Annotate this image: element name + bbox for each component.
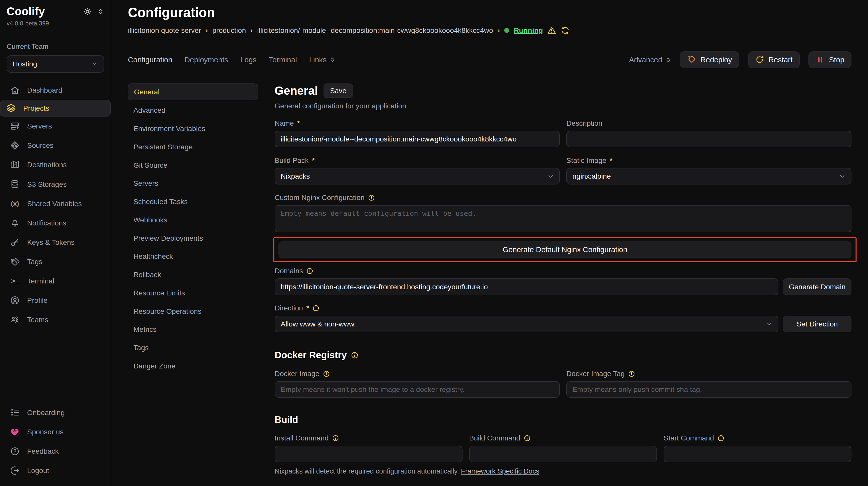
subnav-item-danger-zone[interactable]: Danger Zone: [128, 358, 258, 374]
build-pack-select[interactable]: Nixpacks: [275, 168, 560, 185]
subnav-item-servers[interactable]: Servers: [128, 175, 258, 191]
subnav-label: Advanced: [133, 106, 165, 115]
sidebar-item-label: Onboarding: [27, 409, 65, 417]
sidebar-item-projects[interactable]: Projects: [0, 100, 111, 116]
redeploy-button[interactable]: Redeploy: [680, 52, 739, 68]
sidebar-item-sources[interactable]: Sources: [0, 136, 111, 155]
team-select[interactable]: Hosting: [7, 55, 104, 73]
sidebar-item-feedback[interactable]: Feedback: [0, 442, 110, 461]
subnav-label: Git Source: [133, 161, 167, 169]
direction-select[interactable]: Allow www & non-www.: [275, 316, 778, 332]
description-label: Description: [566, 119, 602, 128]
warning-triangle-icon[interactable]: [547, 26, 556, 35]
subnav-item-healthcheck[interactable]: Healthcheck: [128, 248, 258, 264]
sidebar-item-label: Tags: [27, 258, 42, 266]
set-direction-button[interactable]: Set Direction: [783, 316, 851, 332]
description-input[interactable]: [566, 131, 851, 147]
stop-button[interactable]: Stop: [808, 52, 851, 68]
framework-docs-link[interactable]: Framework Specific Docs: [461, 467, 539, 475]
tab-configuration[interactable]: Configuration: [128, 56, 172, 64]
docker-image-input[interactable]: [275, 381, 560, 398]
advanced-dropdown[interactable]: Advanced: [629, 56, 671, 64]
refresh-icon[interactable]: [561, 26, 570, 35]
restart-button[interactable]: Restart: [748, 52, 800, 68]
sidebar-item-s3-storages[interactable]: S3 Storages: [0, 174, 111, 194]
required-asterisk: *: [306, 304, 309, 312]
generate-nginx-config-button[interactable]: Generate Default Nginx Configuration: [278, 241, 852, 258]
subnav-item-advanced[interactable]: Advanced: [128, 102, 258, 118]
coolify-app: Coolify v4.0.0-beta.399 Current Team Hos…: [0, 0, 868, 486]
theme-switch-chevrons-icon[interactable]: [97, 8, 104, 15]
generate-domain-button[interactable]: Generate Domain: [783, 279, 851, 295]
custom-nginx-textarea[interactable]: [275, 205, 851, 232]
breadcrumb: illicitonion quote server › production ›…: [128, 26, 851, 35]
sidebar-item-tags[interactable]: Tags: [0, 252, 111, 271]
subnav-item-metrics[interactable]: Metrics: [128, 321, 258, 337]
sidebar-item-notifications[interactable]: Notifications: [0, 213, 111, 233]
subnav-item-environment-variables[interactable]: Environment Variables: [128, 121, 258, 137]
config-subnav: General Advanced Environment Variables P…: [128, 84, 258, 486]
sidebar-item-onboarding[interactable]: Onboarding: [0, 403, 110, 422]
subnav-item-rollback[interactable]: Rollback: [128, 267, 258, 283]
restart-icon: [755, 55, 764, 64]
breadcrumb-application[interactable]: illicitestonion/-module--decomposition:m…: [257, 26, 493, 35]
subnav-item-tags[interactable]: Tags: [128, 340, 258, 356]
pause-icon: [815, 56, 825, 64]
map-icon: [10, 160, 20, 170]
save-button[interactable]: Save: [323, 84, 353, 98]
sidebar-item-teams[interactable]: Teams: [0, 310, 111, 329]
static-image-select[interactable]: nginx:alpine: [566, 168, 851, 185]
sidebar-item-terminal[interactable]: >_ Terminal: [0, 271, 111, 291]
domains-input[interactable]: [275, 279, 778, 295]
start-command-input[interactable]: [663, 446, 851, 462]
tab-logs[interactable]: Logs: [240, 56, 256, 64]
tab-deployments[interactable]: Deployments: [185, 56, 228, 64]
install-command-input[interactable]: [275, 446, 463, 462]
sidebar-item-profile[interactable]: Profile: [0, 291, 111, 310]
subnav-item-scheduled-tasks[interactable]: Scheduled Tasks: [128, 194, 258, 210]
layers-icon: [6, 103, 16, 113]
info-icon[interactable]: [717, 434, 724, 442]
subnav-item-resource-operations[interactable]: Resource Operations: [128, 303, 258, 319]
breadcrumb-environment[interactable]: production: [212, 26, 246, 35]
info-icon[interactable]: [332, 434, 339, 442]
subnav-label: Webhooks: [133, 216, 167, 224]
required-asterisk: *: [312, 156, 315, 165]
subnav-item-webhooks[interactable]: Webhooks: [128, 212, 258, 228]
subnav-item-git-source[interactable]: Git Source: [128, 157, 258, 173]
subnav-item-preview-deployments[interactable]: Preview Deployments: [128, 230, 258, 246]
breadcrumb-project[interactable]: illicitonion quote server: [128, 26, 201, 35]
sidebar-item-servers[interactable]: Servers: [0, 117, 111, 136]
subnav-item-persistent-storage[interactable]: Persistent Storage: [128, 139, 258, 155]
subnav-label: Resource Operations: [133, 307, 202, 316]
tab-terminal[interactable]: Terminal: [269, 56, 297, 64]
app-version: v4.0.0-beta.399: [0, 19, 111, 27]
subnav-item-general[interactable]: General: [128, 84, 258, 100]
docker-image-tag-input[interactable]: [566, 381, 851, 398]
sidebar-item-logout[interactable]: Logout: [0, 461, 110, 480]
name-input[interactable]: [275, 131, 560, 147]
chevron-updown-icon: [665, 56, 671, 63]
sidebar-item-keys-tokens[interactable]: Keys & Tokens: [0, 233, 111, 252]
sidebar-item-dashboard[interactable]: Dashboard: [0, 80, 111, 100]
info-icon[interactable]: [323, 370, 330, 377]
sidebar-item-sponsor[interactable]: Sponsor us: [0, 422, 110, 442]
docker-image-label: Docker Image: [275, 369, 319, 378]
info-icon[interactable]: [312, 304, 319, 312]
info-icon[interactable]: [368, 194, 375, 201]
theme-sun-icon[interactable]: [83, 7, 92, 16]
build-command-input[interactable]: [469, 446, 657, 462]
custom-nginx-label: Custom Nginx Configuration: [275, 193, 365, 202]
info-icon[interactable]: [628, 370, 635, 377]
status-running-link[interactable]: Running: [514, 26, 543, 35]
sidebar-item-destinations[interactable]: Destinations: [0, 155, 111, 174]
subnav-item-resource-limits[interactable]: Resource Limits: [128, 285, 258, 301]
subnav-label: Rollback: [133, 270, 161, 279]
subnav-label: Tags: [133, 344, 149, 352]
info-icon[interactable]: [524, 434, 531, 442]
tab-links[interactable]: Links: [309, 56, 335, 64]
database-icon: [10, 179, 20, 189]
info-icon[interactable]: [351, 351, 359, 359]
info-icon[interactable]: [306, 267, 313, 274]
sidebar-item-shared-variables[interactable]: (x) Shared Variables: [0, 194, 111, 213]
